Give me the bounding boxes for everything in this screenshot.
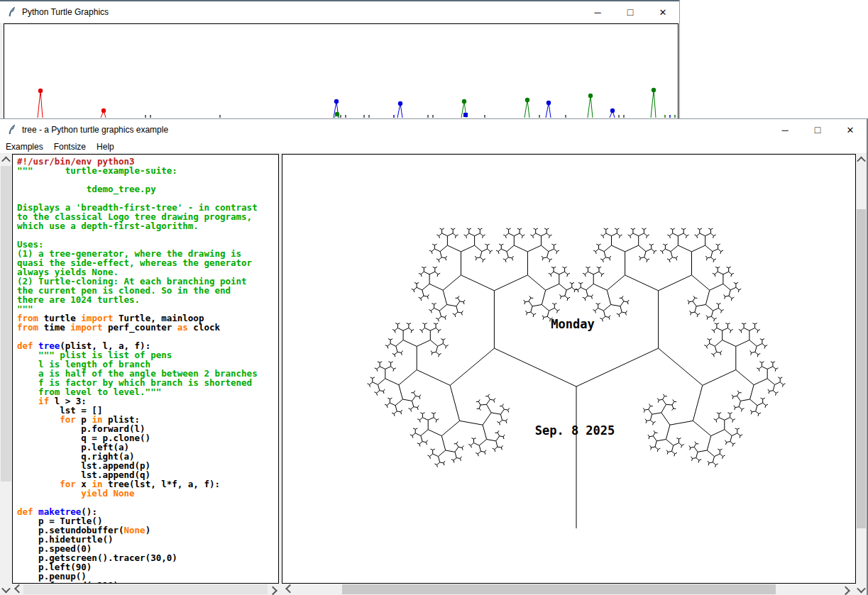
- code-line: p.penup(): [17, 571, 278, 580]
- code-line: lst = []: [17, 405, 278, 414]
- code-line: #!/usr/bin/env python3: [17, 156, 278, 165]
- code-vscrollbar[interactable]: [0, 154, 12, 595]
- maximize-button[interactable]: □: [614, 1, 647, 23]
- fg-titlebar: tree - a Python turtle graphics example …: [0, 119, 867, 140]
- code-line: lst.append(q): [17, 469, 278, 479]
- chevron-left-icon: [285, 584, 295, 593]
- canvas-label: Monday: [551, 317, 594, 331]
- canvas-label: Sep. 8 2025: [535, 423, 615, 438]
- scroll-up-button[interactable]: [856, 154, 867, 165]
- minimize-button[interactable]: ─: [769, 119, 801, 140]
- fg-window-title: tree - a Python turtle graphics example: [22, 125, 168, 135]
- scroll-right-button[interactable]: [840, 584, 850, 595]
- code-hscroll-thumb[interactable]: [23, 584, 268, 594]
- code-vscroll-thumb[interactable]: [1, 166, 11, 482]
- scroll-down-button[interactable]: [0, 584, 12, 595]
- code-hscrollbar[interactable]: [12, 584, 279, 595]
- code-line: for x in tree(lst, l*f, a, f):: [17, 479, 278, 488]
- menu-examples[interactable]: Examples: [1, 140, 48, 153]
- code-line: p.speed(0): [17, 543, 278, 552]
- chevron-up-icon: [857, 156, 866, 165]
- code-line: def maketree():: [17, 506, 278, 516]
- code-line: q = p.clone(): [17, 433, 278, 442]
- chevron-right-icon: [268, 586, 278, 595]
- fractal-tree: [368, 228, 786, 528]
- chevron-right-icon: [841, 586, 850, 595]
- scroll-up-button[interactable]: [0, 154, 12, 165]
- canvas-vscroll-thumb[interactable]: [857, 209, 866, 528]
- code-line: l is length of branch: [17, 359, 278, 368]
- turtle: [38, 89, 43, 118]
- chevron-down-icon: [1, 584, 11, 593]
- turtle: [334, 112, 339, 118]
- scroll-right-button[interactable]: [268, 584, 278, 595]
- bg-titlebar: Python Turtle Graphics ─ □ ✕: [0, 1, 679, 23]
- bg-window-title: Python Turtle Graphics: [22, 7, 109, 17]
- chevron-left-icon: [14, 584, 23, 593]
- chevron-up-icon: [1, 156, 11, 165]
- fg-window-controls: ─ □ ✕: [769, 119, 867, 140]
- bg-turtles-svg: [4, 24, 678, 123]
- turtle: [651, 88, 656, 118]
- bg-window-controls: ─ □ ✕: [581, 1, 679, 23]
- turtle-square: [463, 113, 468, 117]
- canvas-hscrollbar[interactable]: [282, 584, 856, 595]
- code-line: p.forward(l): [17, 423, 278, 433]
- feather-icon: [6, 124, 17, 135]
- code-line: to the classical Logo tree drawing progr…: [17, 211, 278, 221]
- code-line: def tree(plist, l, a, f):: [17, 340, 278, 350]
- menu-fontsize[interactable]: Fontsize: [49, 140, 91, 153]
- fg-window: tree - a Python turtle graphics example …: [0, 118, 868, 595]
- canvas-hscroll-thumb[interactable]: [342, 584, 776, 594]
- close-button[interactable]: ✕: [834, 119, 867, 140]
- chevron-down-icon: [857, 584, 866, 593]
- code-line: (1) a tree-generator, where the drawing …: [17, 248, 278, 257]
- code-line: Uses:: [17, 239, 278, 248]
- scroll-down-button[interactable]: [856, 584, 867, 595]
- code-line: p.setundobuffer(None): [17, 525, 278, 534]
- code-line: p.getscreen().tracer(30,0): [17, 552, 278, 562]
- code-line: from turtle import Turtle, mainloop: [17, 313, 278, 322]
- code-line: tdemo_tree.py: [17, 184, 278, 193]
- code-line: quasi the side-effect, whereas the gener…: [17, 257, 278, 267]
- code-line: from time import perf_counter as clock: [17, 322, 278, 331]
- maximize-button[interactable]: □: [801, 119, 834, 140]
- canvas-vscrollbar[interactable]: [856, 154, 867, 595]
- code-line: f is factor by which branch is shortened: [17, 377, 278, 387]
- menu-help[interactable]: Help: [92, 140, 119, 153]
- desktop: { "bg_window": { "icon": "feather-icon",…: [0, 0, 868, 595]
- menubar: Examples Fontsize Help: [0, 140, 867, 154]
- scroll-left-button[interactable]: [13, 584, 23, 595]
- code-line: (2) Turtle-cloning: At each branching po…: [17, 276, 278, 285]
- code-text[interactable]: #!/usr/bin/env python3""" turtle-example…: [12, 154, 279, 584]
- feather-icon: [6, 6, 17, 18]
- turtle: [397, 101, 402, 118]
- turtle: [101, 109, 106, 118]
- turtle-canvas[interactable]: MondaySep. 8 2025: [282, 154, 856, 584]
- turtle: [546, 101, 551, 118]
- code-line: q.right(a): [17, 451, 278, 460]
- code-line: """ turtle-example-suite:: [17, 165, 278, 174]
- turtle-canvas-svg: MondaySep. 8 2025: [282, 155, 855, 583]
- code-line: """ plist is list of pens: [17, 350, 278, 359]
- code-line: a is half of the angle between 2 branche…: [17, 368, 278, 377]
- code-line: p = Turtle(): [17, 516, 278, 525]
- close-button[interactable]: ✕: [647, 1, 679, 23]
- turtle: [610, 109, 615, 118]
- turtle: [524, 98, 529, 118]
- code-line: Displays a 'breadth-first-tree' - in con…: [17, 202, 278, 211]
- code-line: for p in plist:: [17, 414, 278, 423]
- minimize-button[interactable]: ─: [581, 1, 614, 23]
- turtle: [588, 94, 593, 118]
- scroll-left-button[interactable]: [285, 584, 295, 595]
- code-line: lst.append(p): [17, 460, 278, 469]
